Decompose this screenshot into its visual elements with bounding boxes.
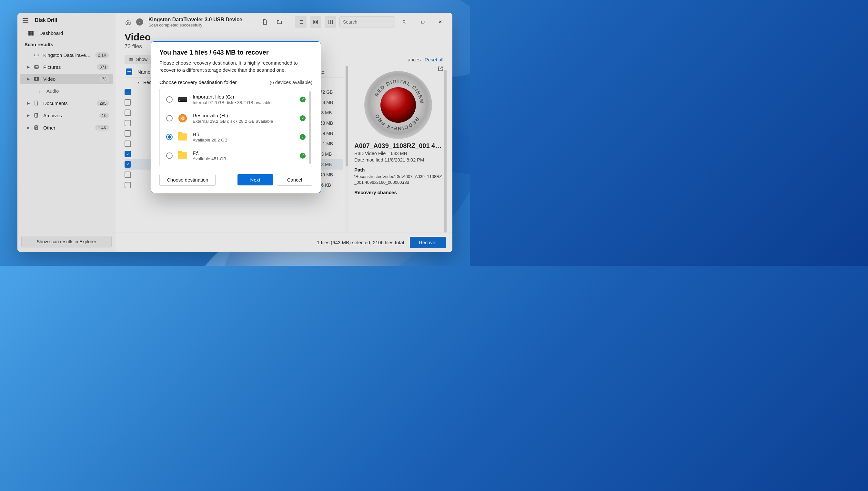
destination-list: Important files (G:)Internal 97.6 GB dis… xyxy=(159,88,312,167)
status-ok-icon: ✓ xyxy=(300,96,306,103)
radio-button[interactable] xyxy=(166,134,173,140)
internal-drive-icon xyxy=(178,95,187,104)
folder-icon xyxy=(178,151,187,160)
status-ok-icon: ✓ xyxy=(300,153,306,158)
destination-name: H:\ xyxy=(193,132,294,137)
destination-sub: Internal 97.6 GB disk • 38.2 GB availabl… xyxy=(193,100,294,105)
destination-option[interactable]: ♻ Rescuezilla (H:)External 29.2 GB disk … xyxy=(161,109,311,127)
rescuezilla-icon: ♻ xyxy=(178,114,187,122)
destination-option[interactable]: Important files (G:)Internal 97.6 GB dis… xyxy=(161,90,311,109)
recovery-destination-dialog: You have 1 files / 643 MB to recover Ple… xyxy=(151,41,321,193)
status-ok-icon: ✓ xyxy=(300,134,306,140)
dialog-choose-label: Choose recovery destination folder xyxy=(159,80,237,85)
destination-sub: External 29.2 GB disk • 28.2 GB availabl… xyxy=(193,119,294,124)
next-button[interactable]: Next xyxy=(238,174,273,185)
destination-option[interactable]: H:\Available 28.2 GB ✓ xyxy=(161,127,311,146)
destination-name: Rescuezilla (H:) xyxy=(193,113,294,119)
dialog-description: Please choose recovery destination. It i… xyxy=(159,59,298,74)
destination-name: Important files (G:) xyxy=(193,94,294,100)
destination-option[interactable]: F:\Available 451 GB ✓ xyxy=(161,146,311,165)
destination-sub: Available 451 GB xyxy=(193,156,294,161)
radio-button[interactable] xyxy=(166,152,173,159)
status-ok-icon: ✓ xyxy=(300,115,306,121)
radio-button[interactable] xyxy=(166,96,173,103)
cancel-button[interactable]: Cancel xyxy=(277,174,312,186)
choose-destination-button[interactable]: Choose destination xyxy=(159,174,216,186)
folder-icon xyxy=(178,133,187,141)
dialog-title: You have 1 files / 643 MB to recover xyxy=(159,49,312,56)
radio-button[interactable] xyxy=(166,115,173,121)
destination-sub: Available 28.2 GB xyxy=(193,138,294,142)
destination-scrollbar[interactable] xyxy=(309,91,311,164)
destination-name: F:\ xyxy=(193,150,294,156)
dialog-devices-available: (6 devices available) xyxy=(270,80,312,85)
